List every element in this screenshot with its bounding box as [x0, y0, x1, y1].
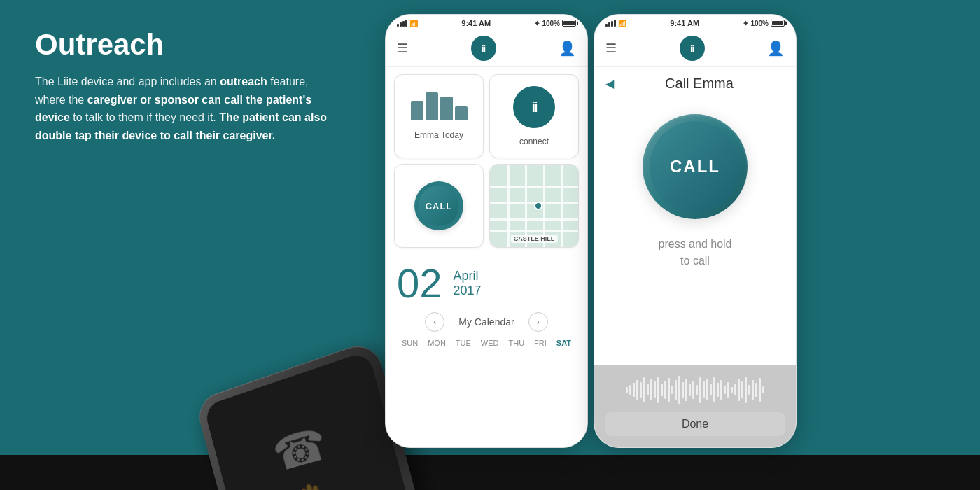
- hamburger-icon-2[interactable]: ☰: [606, 42, 617, 55]
- tile-connect-label: connect: [519, 136, 549, 146]
- call-big-circle[interactable]: CALL: [643, 114, 748, 219]
- press-hold-line2: to call: [659, 253, 732, 270]
- calendar-title: My Calendar: [458, 316, 514, 328]
- press-hold-text: press and hold to call: [659, 236, 732, 270]
- wb5: [640, 382, 642, 398]
- wb11: [661, 384, 663, 396]
- wb2: [629, 385, 631, 395]
- wifi-icon-1: 📶: [410, 20, 418, 27]
- day-thu: THU: [509, 339, 525, 347]
- done-button[interactable]: Done: [606, 412, 785, 436]
- battery-percent-2: 100%: [750, 20, 769, 27]
- wb7: [647, 384, 649, 396]
- wb23: [703, 382, 705, 398]
- day-fri: FRI: [534, 339, 547, 347]
- wb39: [759, 378, 761, 402]
- wb19: [689, 384, 691, 396]
- signal-bars-1: [397, 20, 407, 27]
- phone-mockup-1: 📶 9:41 AM ✦ 100% ☰ ii: [385, 14, 588, 448]
- wb36: [748, 385, 750, 395]
- prev-arrow[interactable]: ‹: [425, 312, 444, 332]
- app-logo-text-1: ii: [482, 43, 485, 54]
- map-area-label: CASTLE HILL: [511, 234, 558, 243]
- chart-bar-1: [411, 101, 424, 120]
- battery-icon-1: [562, 20, 576, 27]
- wb10: [657, 377, 659, 403]
- phones-panel: 📶 9:41 AM ✦ 100% ☰ ii: [371, 0, 980, 455]
- page-description: The Liite device and app includes an out…: [35, 73, 336, 144]
- wb29: [724, 386, 726, 394]
- map-road-h4: [490, 230, 578, 232]
- day-wed: WED: [481, 339, 499, 347]
- wb22: [699, 377, 701, 403]
- wb35: [745, 377, 747, 403]
- day-sun: SUN: [402, 339, 418, 347]
- call-emma-header: ◀ Call Emma: [594, 67, 796, 100]
- map-road-h3: [490, 218, 578, 220]
- signal-bar-4: [405, 20, 407, 27]
- wifi-icon-2: 📶: [618, 20, 626, 27]
- call-label: CALL: [426, 201, 453, 211]
- profile-icon-2[interactable]: 👤: [767, 40, 785, 57]
- map-background: CASTLE HILL: [490, 164, 578, 247]
- phone-mockup-2: 📶 9:41 AM ✦ 100% ☰ ii: [594, 14, 797, 448]
- call-emma-content: CALL press and hold to call: [594, 100, 796, 365]
- date-text: April 2017: [454, 269, 482, 298]
- phone-icon: ☎: [269, 421, 332, 479]
- left-panel: Outreach The Liite device and app includ…: [0, 0, 371, 455]
- signal-bar-1: [397, 24, 399, 27]
- battery-fill-1: [564, 21, 575, 25]
- month-text: April: [454, 269, 482, 284]
- signal-bars-2: [606, 20, 616, 27]
- connect-logo-text: ii: [531, 99, 536, 115]
- map-road-v1: [507, 164, 510, 247]
- status-time-1: 9:41 AM: [461, 19, 491, 27]
- wb17: [682, 382, 684, 398]
- app-header-2: ☰ ii 👤: [594, 30, 796, 67]
- screen-title: Call Emma: [614, 76, 785, 92]
- profile-icon-1[interactable]: 👤: [559, 40, 576, 57]
- hamburger-icon-1[interactable]: ☰: [397, 42, 408, 55]
- status-bar-2: 📶 9:41 AM ✦ 100%: [594, 15, 796, 30]
- status-right-1: ✦ 100%: [534, 20, 576, 27]
- signal-bar-2-2: [608, 22, 610, 27]
- waveform-section: Done: [594, 365, 796, 447]
- day-sat: SAT: [556, 339, 571, 347]
- connect-circle: ii: [513, 86, 555, 128]
- app-logo-2: ii: [680, 36, 705, 61]
- next-arrow[interactable]: ›: [528, 312, 548, 332]
- signal-bar-2-4: [614, 20, 616, 27]
- press-hold-line1: press and hold: [659, 236, 732, 253]
- tile-emma-today[interactable]: Emma Today: [394, 74, 484, 158]
- wb28: [720, 380, 722, 400]
- tile-connect[interactable]: ii connect: [489, 74, 579, 158]
- day-tue: TUE: [456, 339, 471, 347]
- wb8: [650, 379, 652, 400]
- map-road-h1: [490, 186, 578, 188]
- wb3: [633, 383, 635, 397]
- bottom-bar: [0, 455, 980, 490]
- back-button[interactable]: ◀: [606, 77, 614, 90]
- tile-map[interactable]: CASTLE HILL: [489, 164, 579, 248]
- wb33: [738, 379, 740, 401]
- app-header-1: ☰ ii 👤: [386, 30, 587, 67]
- wb18: [685, 379, 687, 401]
- tile-call[interactable]: CALL: [394, 164, 484, 248]
- battery-icon-2: [771, 20, 785, 27]
- wb20: [692, 381, 694, 399]
- calendar-nav: ‹ My Calendar ›: [386, 309, 587, 335]
- battery-fill-2: [772, 21, 783, 25]
- wb16: [678, 376, 680, 404]
- wb27: [717, 383, 719, 397]
- wb6: [643, 377, 645, 402]
- wb13: [668, 378, 670, 402]
- bluetooth-icon-1: ✦: [534, 20, 540, 27]
- status-bar-1: 📶 9:41 AM ✦ 100%: [386, 15, 587, 30]
- status-time-2: 9:41 AM: [670, 19, 699, 27]
- wb1: [626, 387, 628, 393]
- chart-bars: [411, 92, 468, 120]
- device-illustration: ☎ ✋ ii: [189, 368, 413, 490]
- waveform-bars: [606, 376, 785, 404]
- wb21: [696, 385, 698, 395]
- map-road-v4: [561, 164, 563, 247]
